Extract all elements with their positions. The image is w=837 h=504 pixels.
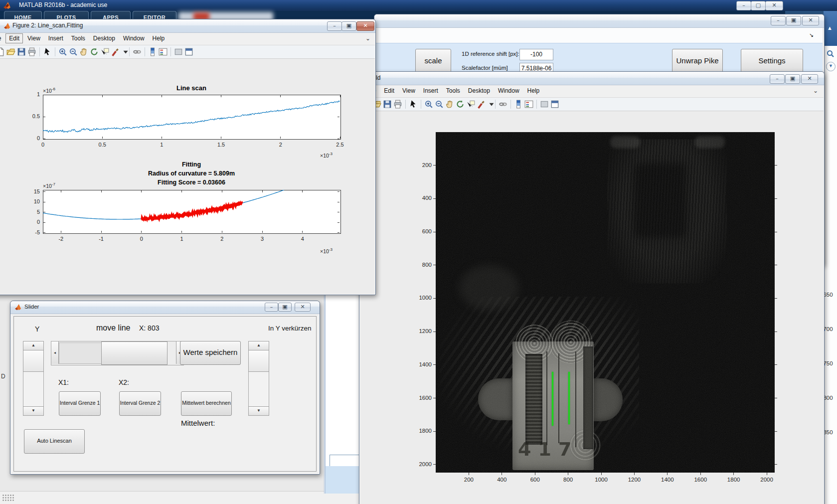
slider-maximize-button[interactable]: ▣ — [278, 303, 292, 312]
colorbar-icon[interactable] — [514, 100, 523, 109]
menu-item-tools[interactable]: Tools — [67, 33, 89, 44]
scroll-down-arrow[interactable]: ▼ — [248, 406, 269, 416]
toolstrip-pin-arrow-icon[interactable]: ▲ — [827, 25, 833, 31]
statusbar-grip[interactable] — [2, 494, 15, 502]
new-doc-icon[interactable] — [0, 47, 5, 56]
figure-right-window: ld – ▣ ✕ FileEditViewInsertToolsDesktopW… — [359, 71, 825, 504]
print-icon[interactable] — [27, 47, 36, 56]
rotate-3d-icon[interactable] — [456, 100, 465, 109]
image-x-tick — [568, 473, 568, 475]
figure2-window: Figure 2: Line_scan,Fitting – ▣ ✕ FileEd… — [0, 19, 376, 295]
menu-item-tools[interactable]: Tools — [442, 85, 464, 96]
save-icon[interactable] — [383, 100, 392, 109]
ref-shift-field[interactable]: -100 — [519, 49, 553, 60]
x-position-readout: X: 803 — [139, 324, 159, 332]
brush-icon[interactable] — [477, 100, 486, 109]
search-icon[interactable] — [827, 50, 835, 58]
zoom-out-icon[interactable] — [69, 47, 78, 56]
dropdown-icon[interactable] — [487, 100, 492, 109]
auto-linescan-button[interactable]: Auto Linescan — [24, 429, 85, 454]
unwrap-pike-button[interactable]: Unwrap Pike — [672, 49, 723, 73]
legend-icon[interactable] — [524, 100, 533, 109]
brush-icon[interactable] — [111, 47, 120, 56]
save-icon[interactable] — [17, 47, 26, 56]
figure-right-close-button[interactable]: ✕ — [801, 74, 818, 84]
hide-plot-tools-icon[interactable] — [540, 100, 549, 109]
image-y-tick — [433, 332, 436, 332]
main-minimize-button[interactable]: – — [736, 1, 751, 10]
menu-item-window[interactable]: Window — [119, 33, 149, 44]
gui-maximize-button[interactable]: ▣ — [786, 16, 801, 25]
figure2-maximize-button[interactable]: ▣ — [341, 21, 356, 31]
image-y-tick-right — [775, 298, 777, 299]
measurement-line-1[interactable] — [552, 372, 553, 425]
zoom-out-icon[interactable] — [435, 100, 444, 109]
legend-icon[interactable] — [159, 47, 167, 56]
data-cursor-icon[interactable] — [466, 100, 475, 109]
dock-figure-icon[interactable] — [184, 47, 193, 56]
slider-minimize-button[interactable]: – — [265, 303, 278, 312]
main-maximize-button[interactable]: ▢ — [751, 1, 766, 10]
pan-hand-icon[interactable] — [445, 100, 454, 109]
menu-item-view[interactable]: View — [23, 33, 44, 44]
menu-item-desktop[interactable]: Desktop — [89, 33, 119, 44]
menu-item-help[interactable]: Help — [149, 33, 169, 44]
menu-item-window[interactable]: Window — [494, 85, 523, 96]
interval-grenze2-button[interactable]: Interval Grenze 2 — [119, 391, 161, 416]
figure2-minimize-button[interactable]: – — [327, 21, 342, 31]
dropdown-circle-icon[interactable]: ▼ — [826, 62, 836, 71]
menu-item-file[interactable]: File — [0, 33, 5, 44]
link-plots-icon[interactable] — [499, 100, 507, 109]
figure2-close-button[interactable]: ✕ — [356, 21, 374, 31]
menu-item-edit[interactable]: Edit — [5, 33, 23, 44]
settings-button[interactable]: Settings — [741, 49, 803, 73]
hide-plot-tools-icon[interactable] — [174, 47, 183, 56]
slider-left-arrow[interactable]: ◂ — [51, 341, 59, 364]
image-y-tick-label: 400 — [410, 195, 432, 201]
y-scrollbar-left[interactable]: ▲ ▼ — [23, 341, 44, 416]
menu-item-insert[interactable]: Insert — [44, 33, 67, 44]
pointer-icon[interactable] — [43, 47, 52, 56]
slider-close-button[interactable]: ✕ — [295, 303, 311, 312]
print-icon[interactable] — [393, 100, 402, 109]
rotate-3d-icon[interactable] — [90, 47, 99, 56]
y-scrollbar-right[interactable]: ▲ ▼ — [248, 341, 269, 416]
gui-minimize-button[interactable]: – — [771, 16, 786, 25]
figure-right-menu-chevron[interactable]: ⌄ — [813, 87, 818, 94]
scrollbar-thumb[interactable] — [23, 350, 44, 372]
slider-thumb[interactable] — [101, 341, 167, 365]
image-y-tick — [433, 464, 436, 465]
scrollbar-thumb[interactable] — [248, 350, 269, 372]
pointer-icon[interactable] — [409, 100, 418, 109]
menu-item-help[interactable]: Help — [523, 85, 544, 96]
interferogram-image-canvas[interactable]: 417 — [436, 132, 775, 473]
figure-right-maximize-button[interactable]: ▣ — [785, 74, 800, 84]
dropdown-icon[interactable] — [121, 47, 126, 56]
menu-item-desktop[interactable]: Desktop — [464, 85, 494, 96]
menu-item-insert[interactable]: Insert — [419, 85, 442, 96]
zoom-in-icon[interactable] — [424, 100, 433, 109]
measurement-line-2[interactable] — [568, 372, 570, 424]
figure-right-minimize-button[interactable]: – — [770, 74, 785, 84]
interval-grenze1-button[interactable]: Interval Grenze 1 — [59, 391, 101, 416]
main-close-button[interactable]: ✕ — [765, 1, 783, 10]
pan-hand-icon[interactable] — [79, 47, 88, 56]
scroll-down-arrow[interactable]: ▼ — [23, 406, 44, 416]
gui-close-button[interactable]: ✕ — [802, 16, 819, 25]
scroll-up-arrow[interactable]: ▲ — [23, 341, 44, 350]
menu-item-view[interactable]: View — [398, 85, 419, 96]
slider-track-left[interactable] — [59, 342, 102, 364]
dock-figure-icon[interactable] — [550, 100, 559, 109]
open-folder-icon[interactable] — [6, 47, 15, 56]
werte-speichern-button[interactable]: Werte speichern — [180, 341, 241, 365]
mittelwert-berechnen-button[interactable]: Mittelwert berechnen — [181, 391, 232, 416]
scale-button[interactable]: scale — [415, 49, 451, 73]
zoom-in-icon[interactable] — [58, 47, 67, 56]
menu-item-edit[interactable]: Edit — [380, 85, 398, 96]
scroll-up-arrow[interactable]: ▲ — [248, 341, 269, 350]
move-line-slider[interactable]: ◂ ▸ — [51, 341, 184, 365]
data-cursor-icon[interactable] — [100, 47, 109, 56]
colorbar-icon[interactable] — [148, 47, 157, 56]
link-plots-icon[interactable] — [133, 47, 142, 56]
figure2-menu-chevron[interactable]: ⌄ — [365, 35, 370, 42]
